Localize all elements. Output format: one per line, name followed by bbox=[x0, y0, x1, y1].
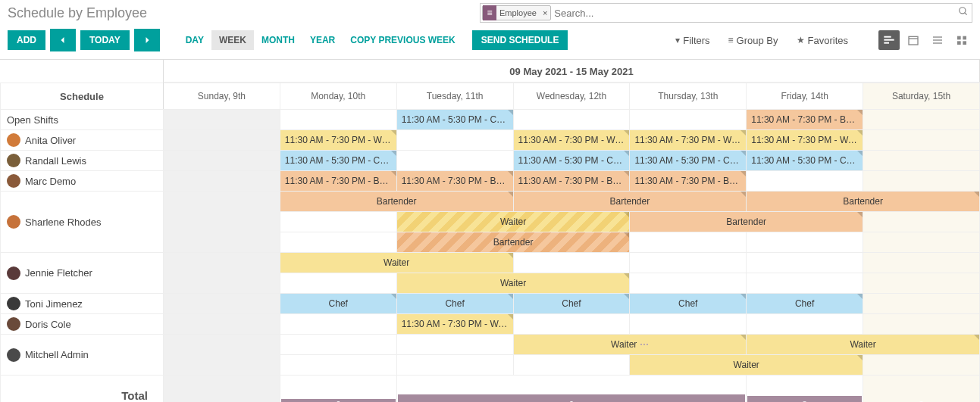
search-bar[interactable]: ≡ Employee × bbox=[480, 3, 972, 23]
view-kanban[interactable] bbox=[951, 30, 972, 50]
page-title: Schedule by Employee bbox=[8, 5, 147, 21]
shift[interactable]: Chef bbox=[397, 294, 513, 313]
view-gantt[interactable] bbox=[878, 30, 900, 50]
add-button[interactable]: ADD bbox=[8, 30, 45, 50]
total-bar-mon: 6 bbox=[281, 399, 396, 402]
shift[interactable]: Waiter bbox=[397, 212, 630, 232]
next-button[interactable] bbox=[134, 29, 160, 51]
shift[interactable]: Chef bbox=[747, 294, 863, 313]
shift[interactable]: Bartender bbox=[280, 192, 513, 211]
avatar bbox=[7, 174, 20, 188]
shift[interactable]: 11:30 AM - 5:30 PM - Chef ... bbox=[397, 110, 513, 129]
shift[interactable]: 11:30 AM - 7:30 PM - Waiter bbox=[280, 130, 396, 150]
group-icon: ≡ bbox=[728, 35, 734, 45]
favorites-button[interactable]: ★Favorites bbox=[797, 35, 848, 46]
svg-rect-7 bbox=[933, 36, 942, 37]
avatar bbox=[7, 317, 20, 331]
send-schedule-button[interactable]: SEND SCHEDULE bbox=[472, 30, 568, 50]
shift[interactable]: 11:30 AM - 7:30 PM - Bartender bbox=[397, 171, 513, 191]
employee-name: Marc Demo bbox=[25, 176, 76, 187]
shift[interactable]: 11:30 AM - 7:30 PM - Waiter bbox=[397, 314, 513, 334]
avatar bbox=[7, 348, 20, 362]
filter-tag-remove[interactable]: × bbox=[540, 8, 550, 17]
employee-name: Randall Lewis bbox=[25, 155, 86, 167]
shift[interactable]: 11:30 AM - 7:30 PM - Waiter bbox=[514, 130, 630, 150]
shift[interactable]: Bartender bbox=[630, 212, 863, 232]
shift[interactable]: 11:30 AM - 7:30 PM - Waiter bbox=[630, 130, 746, 150]
row-mitchell-1: Mitchell Admin Waiter ⋯ Waiter bbox=[1, 335, 980, 355]
avatar bbox=[7, 215, 20, 229]
avatar bbox=[7, 297, 20, 310]
shift[interactable]: Chef bbox=[280, 294, 396, 313]
shift[interactable]: Bartender bbox=[397, 232, 630, 252]
svg-rect-2 bbox=[884, 36, 891, 38]
row-sharlene-1: Sharlene Rhodes Bartender Bartender Bart… bbox=[1, 192, 980, 212]
scale-week[interactable]: WEEK bbox=[211, 30, 254, 50]
shift[interactable]: Bartender bbox=[747, 192, 979, 211]
shift[interactable]: Waiter bbox=[747, 335, 979, 354]
svg-rect-4 bbox=[884, 42, 889, 44]
shift[interactable]: Waiter bbox=[630, 355, 863, 375]
avatar bbox=[7, 133, 20, 147]
total-label: Total bbox=[1, 376, 164, 403]
prev-button[interactable] bbox=[50, 29, 76, 51]
avatar bbox=[7, 266, 20, 280]
employee-name: Sharlene Rhodes bbox=[25, 217, 101, 228]
search-input[interactable] bbox=[551, 8, 972, 19]
schedule-header: Schedule bbox=[1, 83, 164, 110]
day-head-sun: Sunday, 9th bbox=[164, 83, 280, 110]
shift[interactable]: Chef bbox=[630, 294, 746, 313]
star-icon: ★ bbox=[797, 35, 805, 45]
view-calendar[interactable] bbox=[903, 30, 924, 50]
shift[interactable]: 11:30 AM - 7:30 PM - Bartender bbox=[630, 171, 746, 191]
today-button[interactable]: TODAY bbox=[80, 30, 130, 50]
search-icon[interactable] bbox=[958, 6, 969, 19]
shift[interactable]: Waiter bbox=[280, 253, 513, 273]
shift[interactable]: 11:30 AM - 7:30 PM - Bartender bbox=[280, 171, 396, 191]
list-icon: ≡ bbox=[483, 5, 496, 20]
svg-rect-12 bbox=[957, 41, 961, 45]
shift[interactable]: Chef bbox=[514, 294, 630, 313]
day-head-mon: Monday, 10th bbox=[280, 83, 396, 110]
date-range: 09 May 2021 - 15 May 2021 bbox=[163, 60, 980, 83]
employee-name: Toni Jimenez bbox=[25, 298, 83, 310]
svg-rect-8 bbox=[933, 39, 942, 40]
shift[interactable]: 11:30 AM - 5:30 PM - Chef bbox=[514, 151, 630, 170]
avatar bbox=[7, 154, 20, 167]
filters-button[interactable]: ▾Filters bbox=[675, 35, 709, 46]
total-bar-tue-thu: 9 bbox=[398, 394, 746, 402]
row-marc: Marc Demo 11:30 AM - 7:30 PM - Bartender… bbox=[1, 171, 980, 192]
shift[interactable]: 11:30 AM - 5:30 PM - Chef bbox=[630, 151, 746, 170]
shift[interactable]: Waiter bbox=[397, 273, 630, 293]
day-head-fri: Friday, 14th bbox=[747, 83, 863, 110]
shift[interactable]: Waiter ⋯ bbox=[514, 335, 747, 354]
shift[interactable]: 11:30 AM - 5:30 PM - Chef bbox=[280, 151, 396, 170]
row-randall: Randall Lewis 11:30 AM - 5:30 PM - Chef … bbox=[1, 151, 980, 171]
filters-label: Filters bbox=[683, 35, 709, 46]
shift[interactable]: 11:30 AM - 5:30 PM - Chef bbox=[747, 151, 863, 170]
filter-tag-employee[interactable]: ≡ Employee × bbox=[482, 5, 551, 20]
total-bar-fri: 8 bbox=[747, 396, 862, 402]
copy-previous-week-button[interactable]: COPY PREVIOUS WEEK bbox=[343, 30, 462, 50]
row-doris: Doris Cole 11:30 AM - 7:30 PM - Waiter bbox=[1, 314, 980, 335]
row-anita: Anita Oliver 11:30 AM - 7:30 PM - Waiter… bbox=[1, 130, 980, 151]
row-open-shifts: Open Shifts 11:30 AM - 5:30 PM - Chef ..… bbox=[1, 110, 980, 130]
day-head-sat: Saturday, 15th bbox=[863, 83, 980, 110]
shift[interactable]: 11:30 AM - 7:30 PM - Bartender bbox=[747, 110, 863, 129]
view-switcher bbox=[878, 30, 972, 50]
employee-name: Jennie Fletcher bbox=[25, 267, 92, 279]
shift[interactable]: Bartender bbox=[514, 192, 747, 211]
filter-tag-label: Employee bbox=[496, 8, 540, 17]
view-list[interactable] bbox=[927, 30, 948, 50]
scale-year[interactable]: YEAR bbox=[302, 30, 343, 50]
row-total: Total 6 9 8 2 bbox=[1, 376, 980, 403]
employee-name: Anita Oliver bbox=[25, 135, 76, 146]
svg-rect-13 bbox=[963, 41, 966, 45]
shift[interactable]: 11:30 AM - 7:30 PM - Bartender bbox=[514, 171, 630, 191]
employee-name: Doris Cole bbox=[25, 319, 71, 330]
svg-rect-3 bbox=[884, 39, 894, 41]
groupby-button[interactable]: ≡Group By bbox=[728, 35, 778, 46]
scale-day[interactable]: DAY bbox=[178, 30, 211, 50]
scale-month[interactable]: MONTH bbox=[254, 30, 302, 50]
shift[interactable]: 11:30 AM - 7:30 PM - Waiter bbox=[747, 130, 863, 150]
